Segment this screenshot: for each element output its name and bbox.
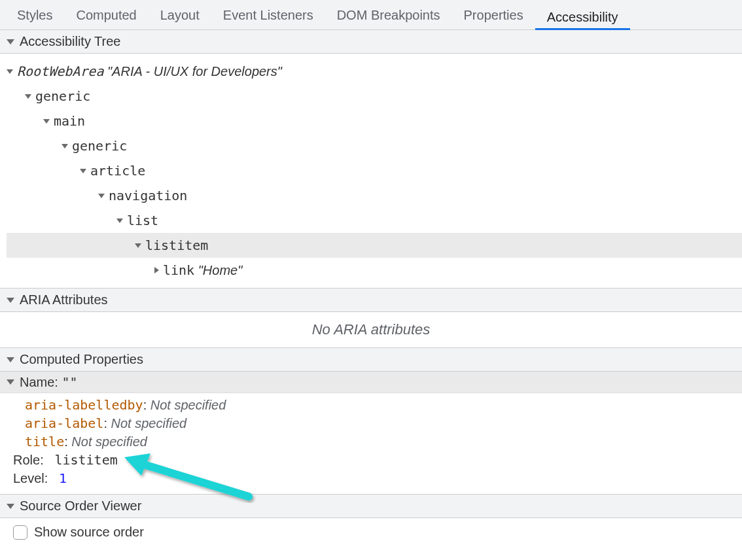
chevron-down-icon xyxy=(7,504,14,509)
tree-row[interactable]: generic xyxy=(7,84,742,109)
tree-role: navigation xyxy=(109,185,187,206)
name-value: "" xyxy=(62,374,77,390)
attr-name: title xyxy=(25,434,64,449)
tree-row[interactable]: link "Home" xyxy=(7,258,742,283)
role-label: Role: xyxy=(13,453,44,467)
tree-row[interactable]: article xyxy=(7,158,742,183)
chevron-down-icon xyxy=(43,119,50,124)
section-title: Source Order Viewer xyxy=(20,499,141,514)
tree-row[interactable]: RootWebArea "ARIA - UI/UX for Developers… xyxy=(7,59,742,84)
tab-styles[interactable]: Styles xyxy=(5,0,64,30)
tree-row[interactable]: main xyxy=(7,109,742,133)
name-label: Name: xyxy=(20,375,58,390)
chevron-down-icon xyxy=(98,194,105,198)
tree-role: generic xyxy=(35,86,90,107)
chevron-down-icon xyxy=(116,219,123,223)
computed-prop-line: title: Not specified xyxy=(7,432,735,451)
tree-role: generic xyxy=(72,135,127,156)
chevron-right-icon xyxy=(154,267,159,273)
section-title: Accessibility Tree xyxy=(20,34,121,49)
tab-dom-breakpoints[interactable]: DOM Breakpoints xyxy=(325,0,452,30)
tree-row[interactable]: navigation xyxy=(7,183,742,208)
section-accessibility-tree[interactable]: Accessibility Tree xyxy=(0,30,742,54)
level-label: Level: xyxy=(13,471,48,485)
chevron-down-icon xyxy=(25,94,31,99)
chevron-down-icon xyxy=(7,357,14,362)
tree-row-selected[interactable]: listitem xyxy=(7,233,742,258)
computed-prop-line: aria-labelledby: Not specified xyxy=(7,396,735,414)
computed-name-row[interactable]: Name: "" xyxy=(0,372,742,393)
attr-status: Not specified xyxy=(111,416,187,430)
tree-name: "Home" xyxy=(198,260,243,281)
chevron-down-icon xyxy=(62,144,68,149)
attr-name: aria-label xyxy=(25,415,103,431)
devtools-tabs: Styles Computed Layout Event Listeners D… xyxy=(0,0,742,30)
section-title: Computed Properties xyxy=(20,352,143,367)
chevron-down-icon xyxy=(7,39,14,44)
checkbox-label: Show source order xyxy=(34,525,144,540)
computed-level-line: Level: 1 xyxy=(7,469,735,487)
chevron-down-icon xyxy=(7,69,13,74)
tree-name: "ARIA - UI/UX for Developers" xyxy=(107,61,282,82)
tree-role: main xyxy=(54,111,85,131)
computed-properties: Name: "" aria-labelledby: Not specified … xyxy=(0,372,742,494)
accessibility-tree: RootWebArea "ARIA - UI/UX for Developers… xyxy=(0,54,742,288)
chevron-down-icon xyxy=(80,169,86,173)
tab-accessibility[interactable]: Accessibility xyxy=(535,0,630,30)
section-title: ARIA Attributes xyxy=(20,292,108,307)
attr-name: aria-labelledby xyxy=(25,397,143,413)
show-source-order-row[interactable]: Show source order xyxy=(0,518,742,546)
tree-row[interactable]: generic xyxy=(7,133,742,158)
section-computed-properties[interactable]: Computed Properties xyxy=(0,347,742,372)
tab-event-listeners[interactable]: Event Listeners xyxy=(211,0,325,30)
level-value: 1 xyxy=(59,470,67,486)
role-value: listitem xyxy=(54,452,117,468)
tree-role: link xyxy=(163,260,194,281)
section-source-order[interactable]: Source Order Viewer xyxy=(0,494,742,518)
attr-status: Not specified xyxy=(71,434,147,449)
tab-computed[interactable]: Computed xyxy=(64,0,148,30)
tree-role: RootWebArea xyxy=(17,61,103,82)
computed-role-line: Role: listitem xyxy=(7,451,735,469)
aria-attributes-empty: No ARIA attributes xyxy=(0,312,742,347)
attr-status: Not specified xyxy=(150,398,226,412)
checkbox-input[interactable] xyxy=(13,525,27,540)
chevron-down-icon xyxy=(7,298,14,303)
tab-layout[interactable]: Layout xyxy=(149,0,211,30)
section-aria-attributes[interactable]: ARIA Attributes xyxy=(0,288,742,312)
tree-row[interactable]: list xyxy=(7,208,742,233)
chevron-down-icon xyxy=(135,243,141,248)
chevron-down-icon xyxy=(7,379,14,385)
tree-role: list xyxy=(127,210,158,231)
tree-role: listitem xyxy=(145,235,208,256)
tree-role: article xyxy=(90,160,145,181)
computed-prop-line: aria-label: Not specified xyxy=(7,414,735,432)
tab-properties[interactable]: Properties xyxy=(452,0,535,30)
